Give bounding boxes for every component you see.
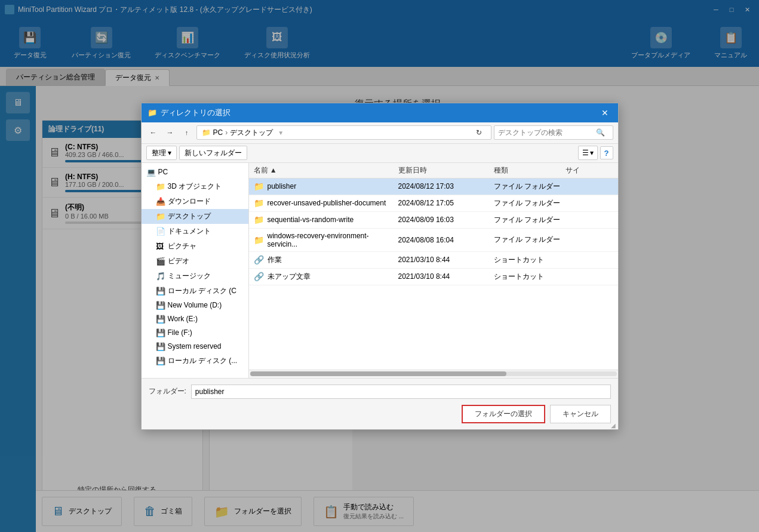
dialog-title-icon: 📁 [148, 108, 157, 117]
view-icon: ☰ [582, 149, 589, 157]
nav-path-desktop: デスクトップ [230, 128, 273, 138]
file-type-work: ショートカット [494, 255, 566, 265]
file-row-recover-unsaved[interactable]: 📁 recover-unsaved-publisher-document 202… [249, 195, 618, 212]
new-folder-button[interactable]: 新しいフォルダー [179, 146, 247, 160]
file-label-recover-unsaved: recover-unsaved-publisher-document [268, 199, 386, 207]
search-icon: 🔍 [596, 128, 605, 137]
tree-downloads-icon: 📥 [156, 197, 165, 206]
folder-label: フォルダー: [149, 386, 186, 396]
tree-panel: 💻 PC 📁 3D オブジェクト 📥 ダウンロード 📁 デスクトップ 📄 [142, 163, 249, 378]
col-modified[interactable]: 更新日時 [398, 165, 494, 176]
dialog-title-left: 📁 ディレクトリの選択 [148, 107, 231, 118]
tree-item-local-disk-last[interactable]: 💾 ローカル ディスク (... [142, 353, 248, 368]
tree-item-videos[interactable]: 🎬 ビデオ [142, 254, 248, 269]
nav-up-button[interactable]: ↑ [180, 125, 194, 140]
tree-new-vol-icon: 💾 [156, 301, 165, 310]
h-scroll-track [250, 371, 617, 376]
tree-item-system-reserved[interactable]: 💾 System reserved [142, 340, 248, 353]
tree-videos-icon: 🎬 [156, 257, 165, 266]
dialog-titlebar: 📁 ディレクトリの選択 ✕ [142, 103, 618, 122]
shortcut-icon-work: 🔗 [254, 255, 264, 265]
folder-input[interactable] [191, 385, 611, 399]
help-button[interactable]: ? [600, 146, 613, 159]
tree-music-icon: 🎵 [156, 272, 165, 281]
tree-item-downloads[interactable]: 📥 ダウンロード [142, 194, 248, 209]
tree-new-vol-label: New Volume (D:) [168, 301, 244, 309]
folder-icon-sequential: 📁 [254, 215, 264, 225]
file-modified-windows-recovery: 2024/08/08 16:04 [398, 236, 494, 244]
tree-desktop-icon: 📁 [156, 212, 165, 221]
col-size[interactable]: サイ [566, 165, 613, 176]
tree-item-pictures[interactable]: 🖼 ピクチャ [142, 239, 248, 254]
file-modified-work: 2021/03/10 8:44 [398, 256, 494, 264]
file-modified-publisher: 2024/08/12 17:03 [398, 182, 494, 190]
dialog-nav: ← → ↑ 📁 PC › デスクトップ ▼ ↻ 🔍 [142, 122, 618, 144]
col-type[interactable]: 種類 [494, 165, 566, 176]
file-row-publisher[interactable]: 📁 publisher 2024/08/12 17:03 ファイル フォルダー [249, 179, 618, 195]
tree-local-c-icon: 💾 [156, 287, 165, 296]
shortcut-icon-unpublished: 🔗 [254, 272, 264, 281]
file-type-publisher: ファイル フォルダー [494, 182, 566, 192]
tree-local-last-icon: 💾 [156, 356, 165, 365]
dialog-toolbar: 整理 ▾ 新しいフォルダー ☰ ▾ ? [142, 144, 618, 163]
file-modified-sequential: 2024/08/09 16:03 [398, 216, 494, 224]
tree-item-documents[interactable]: 📄 ドキュメント [142, 224, 248, 239]
tree-desktop-label: デスクトップ [168, 211, 244, 222]
tree-3d-icon: 📁 [156, 182, 165, 191]
tree-item-pc[interactable]: 💻 PC [142, 165, 248, 179]
dialog-footer: フォルダー: フォルダーの選択 キャンセル [142, 378, 618, 429]
cancel-button[interactable]: キャンセル [550, 405, 611, 423]
file-type-unpublished: ショートカット [494, 272, 566, 282]
directory-dialog: 📁 ディレクトリの選択 ✕ ← → ↑ 📁 PC › デスクトップ ▼ ↻ 🔍 [141, 103, 619, 430]
file-type-sequential: ファイル フォルダー [494, 215, 566, 225]
dialog-content: 💻 PC 📁 3D オブジェクト 📥 ダウンロード 📁 デスクトップ 📄 [142, 163, 618, 378]
tree-item-work-e[interactable]: 💾 Work (E:) [142, 312, 248, 326]
nav-back-button[interactable]: ← [146, 125, 161, 140]
file-row-unpublished[interactable]: 🔗 未アップ文章 2021/03/10 8:44 ショートカット [249, 269, 618, 285]
nav-refresh-button[interactable]: ↻ [472, 125, 486, 140]
tree-pc-icon: 💻 [146, 168, 156, 177]
organize-button[interactable]: 整理 ▾ [146, 146, 177, 160]
tree-file-f-label: File (F:) [168, 328, 244, 337]
tree-sys-reserved-icon: 💾 [156, 342, 165, 351]
file-name-unpublished: 🔗 未アップ文章 [254, 272, 398, 282]
tree-item-file-f[interactable]: 💾 File (F:) [142, 326, 248, 340]
nav-dropdown-icon[interactable]: ▼ [278, 130, 284, 136]
tree-pictures-icon: 🖼 [156, 242, 165, 251]
tree-item-local-c[interactable]: 💾 ローカル ディスク (C [142, 284, 248, 299]
file-list: 📁 publisher 2024/08/12 17:03 ファイル フォルダー … [249, 179, 618, 370]
tree-item-music[interactable]: 🎵 ミュージック [142, 269, 248, 284]
col-name[interactable]: 名前 ▲ [254, 165, 398, 176]
nav-folder-icon: 📁 [202, 128, 211, 137]
modal-overlay: 📁 ディレクトリの選択 ✕ ← → ↑ 📁 PC › デスクトップ ▼ ↻ 🔍 [0, 0, 759, 532]
tree-local-last-label: ローカル ディスク (... [168, 356, 244, 366]
tree-work-e-icon: 💾 [156, 315, 165, 324]
file-label-unpublished: 未アップ文章 [268, 272, 311, 282]
select-folder-button[interactable]: フォルダーの選択 [462, 405, 545, 423]
tree-item-desktop[interactable]: 📁 デスクトップ [142, 209, 248, 224]
folder-icon-publisher: 📁 [254, 182, 264, 191]
file-label-work: 作業 [268, 255, 282, 265]
dialog-close-button[interactable]: ✕ [598, 106, 612, 120]
h-scroll-thumb [250, 371, 507, 376]
tree-item-3d[interactable]: 📁 3D オブジェクト [142, 179, 248, 194]
file-row-windows-recovery[interactable]: 📁 windows-recovery-environment-servicin.… [249, 229, 618, 252]
file-row-work[interactable]: 🔗 作業 2021/03/10 8:44 ショートカット [249, 252, 618, 269]
tree-3d-label: 3D オブジェクト [168, 182, 244, 192]
file-label-publisher: publisher [268, 182, 297, 190]
file-row-sequential[interactable]: 📁 sequential-vs-random-write 2024/08/09 … [249, 212, 618, 229]
file-area: 名前 ▲ 更新日時 種類 サイ 📁 publisher 2024/08/12 1… [249, 163, 618, 378]
nav-forward-button[interactable]: → [163, 125, 177, 140]
view-button[interactable]: ☰ ▾ [578, 146, 598, 160]
tree-downloads-label: ダウンロード [168, 196, 244, 207]
file-modified-recover-unsaved: 2024/08/12 17:05 [398, 199, 494, 207]
dialog-buttons: フォルダーの選択 キャンセル [149, 405, 611, 423]
column-header: 名前 ▲ 更新日時 種類 サイ [249, 163, 618, 179]
horizontal-scrollbar[interactable] [249, 370, 618, 378]
dialog-resize-handle[interactable]: ◢ [611, 422, 618, 429]
tree-file-f-icon: 💾 [156, 328, 165, 337]
file-name-publisher: 📁 publisher [254, 182, 398, 191]
nav-path: 📁 PC › デスクトップ ▼ ↻ [196, 125, 491, 140]
nav-search-input[interactable] [498, 128, 594, 137]
tree-item-new-volume-d[interactable]: 💾 New Volume (D:) [142, 299, 248, 312]
